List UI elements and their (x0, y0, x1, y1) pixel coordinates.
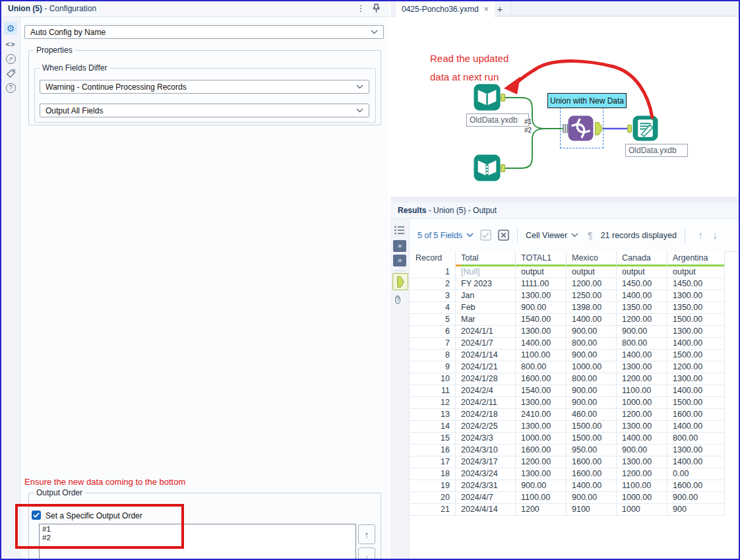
record-number-cell[interactable]: 9 (410, 361, 456, 373)
workflow-canvas[interactable]: Read the updated data at next run Union … (390, 17, 740, 197)
collapse-panel-button[interactable]: » (393, 255, 406, 266)
data-cell[interactable]: 1300.00 (617, 421, 667, 432)
data-cell[interactable]: 1000.00 (617, 492, 667, 503)
comment-box[interactable]: Union with New Data (547, 93, 627, 108)
data-cell[interactable]: 1200.00 (617, 373, 667, 385)
data-cell[interactable]: 2024/3/17 (456, 456, 516, 468)
data-cell[interactable]: output (516, 266, 567, 278)
data-cell[interactable]: 2024/4/7 (456, 492, 516, 503)
column-header[interactable]: TOTAL1 (516, 251, 567, 266)
whitespace-toggle-icon[interactable]: ¶ (588, 230, 593, 241)
data-cell[interactable]: 1450.00 (667, 278, 725, 290)
data-cell[interactable]: 1500.00 (567, 433, 617, 444)
data-cell[interactable]: 1300.00 (516, 326, 567, 337)
data-cell[interactable]: 1400.00 (667, 385, 725, 396)
data-cell[interactable]: 2024/1/21 (456, 361, 516, 373)
data-cell[interactable]: 2024/2/4 (456, 385, 516, 396)
data-cell[interactable]: 1200 (516, 504, 567, 515)
code-icon[interactable]: <> (4, 38, 17, 51)
data-cell[interactable]: 2024/1/28 (456, 373, 516, 385)
data-cell[interactable]: Jan (456, 290, 516, 301)
fields-dropdown[interactable]: 5 of 5 Fields (417, 231, 474, 240)
data-cell[interactable]: Mar (456, 314, 516, 325)
data-cell[interactable]: 1200.00 (617, 314, 667, 325)
cell-viewer-dropdown[interactable]: Cell Viewer (526, 231, 578, 240)
data-cell[interactable]: 2024/2/25 (456, 421, 516, 432)
apply-check-icon[interactable] (480, 230, 491, 241)
data-cell[interactable]: 1350.00 (667, 302, 725, 313)
record-number-cell[interactable]: 21 (410, 504, 456, 515)
data-cell[interactable]: FY 2023 (456, 278, 516, 290)
output-anchor-selector[interactable] (392, 273, 408, 290)
output-data-tool[interactable] (632, 115, 658, 144)
auto-config-dropdown[interactable]: Auto Config by Name (24, 25, 384, 39)
data-cell[interactable]: 1250.00 (567, 290, 617, 301)
data-cell[interactable]: output (617, 266, 667, 278)
data-cell[interactable]: 1300.00 (667, 290, 725, 301)
gear-icon[interactable]: ⚙ (4, 22, 17, 35)
output-order-listbox[interactable]: #1 #2 (39, 524, 356, 560)
data-cell[interactable]: 1600.00 (567, 456, 617, 468)
data-cell[interactable]: 1300.00 (667, 445, 725, 456)
record-number-cell[interactable]: 11 (410, 385, 456, 396)
data-cell[interactable]: 900.00 (617, 445, 667, 456)
record-number-cell[interactable]: 14 (410, 421, 456, 432)
profile-list-icon[interactable] (394, 226, 405, 237)
data-cell[interactable]: 1100.00 (516, 350, 567, 361)
data-cell[interactable]: 1400.00 (617, 350, 667, 361)
record-number-cell[interactable]: 17 (410, 456, 456, 468)
tool-annotation-label[interactable]: OldData.yxdb (625, 144, 688, 157)
data-cell[interactable]: 900 (667, 504, 725, 515)
data-cell[interactable]: 1450.00 (617, 278, 667, 290)
data-cell[interactable]: 1200.00 (567, 278, 617, 290)
record-number-cell[interactable]: 20 (410, 492, 456, 503)
move-down-button[interactable]: ↓ (358, 547, 375, 560)
data-cell[interactable]: 2024/3/31 (456, 480, 516, 491)
data-cell[interactable]: 1500.00 (667, 314, 725, 325)
record-number-cell[interactable]: 3 (410, 290, 456, 301)
data-cell[interactable]: 1200.00 (667, 361, 725, 373)
data-cell[interactable]: 1100.00 (617, 480, 667, 491)
panel-divider[interactable] (390, 197, 740, 202)
data-cell[interactable]: 2410.00 (516, 409, 567, 420)
record-number-cell[interactable]: 6 (410, 326, 456, 337)
scroll-down-icon[interactable]: ↓ (712, 230, 718, 241)
new-tab-button[interactable]: + (489, 1, 511, 16)
open-external-icon[interactable]: ↗ (4, 52, 17, 65)
record-number-cell[interactable]: 8 (410, 350, 456, 361)
help-icon[interactable]: ? (4, 81, 17, 94)
data-cell[interactable]: 1000.00 (567, 361, 617, 373)
when-fields-differ-dropdown[interactable]: Warning - Continue Processing Records (40, 80, 369, 94)
record-number-cell[interactable]: 1 (410, 266, 456, 278)
data-cell[interactable]: 1300.00 (667, 326, 725, 337)
scroll-up-icon[interactable]: ↑ (698, 230, 703, 241)
record-number-cell[interactable]: 2 (410, 278, 456, 290)
record-number-cell[interactable]: 4 (410, 302, 456, 313)
column-header[interactable]: Total (456, 251, 516, 266)
data-cell[interactable]: 1400.00 (516, 338, 567, 349)
data-cell[interactable]: [Null] (456, 266, 516, 278)
column-header[interactable]: Canada (617, 251, 667, 266)
data-cell[interactable]: 1300.00 (516, 397, 567, 408)
data-cell[interactable]: 1300.00 (516, 290, 567, 301)
data-cell[interactable]: 950.00 (567, 445, 617, 456)
data-cell[interactable]: 1300.00 (516, 421, 567, 432)
order-item[interactable]: #1 (42, 525, 353, 534)
tab-close-icon[interactable]: × (484, 5, 489, 14)
help-icon[interactable]: ? (395, 293, 400, 305)
data-cell[interactable]: 900.00 (567, 492, 617, 503)
data-cell[interactable]: 1400.00 (617, 290, 667, 301)
data-cell[interactable]: 800.00 (567, 338, 617, 349)
data-cell[interactable]: 1500.00 (567, 421, 617, 432)
record-number-cell[interactable]: 16 (410, 445, 456, 456)
record-number-cell[interactable]: 5 (410, 314, 456, 325)
data-cell[interactable]: 1600.00 (567, 468, 617, 480)
data-cell[interactable]: 1600.00 (667, 409, 725, 420)
data-cell[interactable]: 1200.00 (516, 456, 567, 468)
column-header[interactable]: Mexico (567, 251, 617, 266)
data-cell[interactable]: Feb (456, 302, 516, 313)
data-cell[interactable]: 1300.00 (617, 361, 667, 373)
data-cell[interactable]: 2024/4/14 (456, 504, 516, 515)
data-cell[interactable]: 1300.00 (667, 373, 725, 385)
data-cell[interactable]: 1600.00 (516, 373, 567, 385)
